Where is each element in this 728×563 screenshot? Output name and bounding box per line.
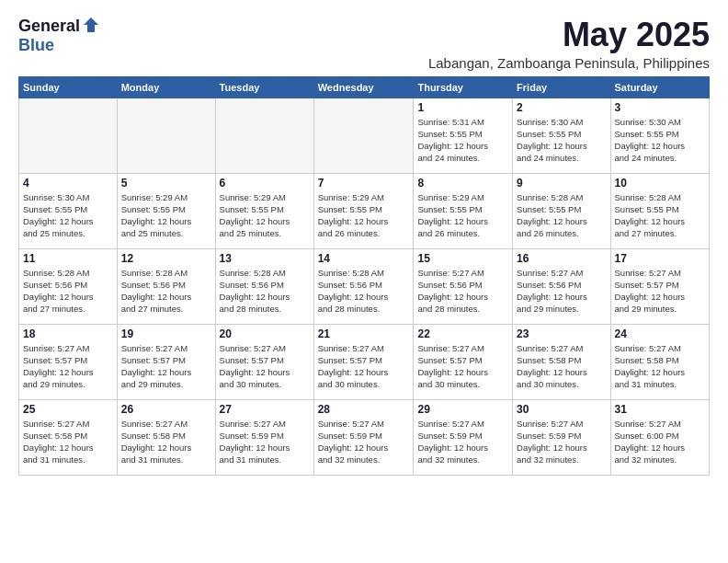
day-info-line: Sunset: 5:55 PM <box>417 128 508 140</box>
day-info-line: and 30 minutes. <box>417 378 508 390</box>
day-number: 29 <box>417 403 508 416</box>
cell-week1-day2 <box>215 98 313 173</box>
day-info-line: Sunrise: 5:30 AM <box>517 116 606 128</box>
day-number: 6 <box>220 177 310 190</box>
day-info-line: Daylight: 12 hours <box>517 442 606 454</box>
cell-week4-day5: 23Sunrise: 5:27 AMSunset: 5:58 PMDayligh… <box>513 324 610 399</box>
cell-week5-day6: 31Sunrise: 5:27 AMSunset: 6:00 PMDayligh… <box>610 399 709 475</box>
cell-week5-day0: 25Sunrise: 5:27 AMSunset: 5:58 PMDayligh… <box>19 399 118 475</box>
day-info-line: Sunset: 5:56 PM <box>121 279 211 291</box>
day-info-line: Sunrise: 5:31 AM <box>417 116 508 128</box>
day-info-line: and 25 minutes. <box>23 227 113 239</box>
day-info-line: Sunrise: 5:28 AM <box>121 267 211 279</box>
day-info-line: Sunrise: 5:29 AM <box>121 191 211 203</box>
day-info-line: and 32 minutes. <box>615 454 705 465</box>
day-info-line: and 28 minutes. <box>220 303 310 315</box>
day-number: 28 <box>318 403 410 416</box>
day-info-line: Sunset: 5:56 PM <box>23 279 113 291</box>
day-info-line: Sunset: 5:58 PM <box>121 430 211 442</box>
day-info-line: and 28 minutes. <box>318 303 410 315</box>
day-number: 21 <box>318 327 410 340</box>
cell-week1-day3 <box>313 98 414 173</box>
day-info-line: and 29 minutes. <box>23 378 113 390</box>
day-info-line: Sunset: 5:55 PM <box>220 203 310 215</box>
day-number: 31 <box>615 403 705 416</box>
day-info-line: Daylight: 12 hours <box>517 140 606 152</box>
day-info-line: Sunrise: 5:27 AM <box>220 418 310 430</box>
day-info-line: Daylight: 12 hours <box>121 215 211 227</box>
day-info-line: Sunset: 5:55 PM <box>417 203 508 215</box>
day-info-line: Daylight: 12 hours <box>615 291 705 303</box>
day-info-line: and 25 minutes. <box>121 227 211 239</box>
day-info-line: Daylight: 12 hours <box>220 366 310 378</box>
day-info-line: and 29 minutes. <box>121 378 211 390</box>
week-row-3: 11Sunrise: 5:28 AMSunset: 5:56 PMDayligh… <box>19 248 710 324</box>
cell-week5-day5: 30Sunrise: 5:27 AMSunset: 5:59 PMDayligh… <box>513 399 610 475</box>
day-number: 16 <box>517 252 606 265</box>
day-info-line: Sunrise: 5:27 AM <box>615 342 705 354</box>
weekday-header-row: Sunday Monday Tuesday Wednesday Thursday… <box>19 76 710 98</box>
day-info-line: Sunset: 5:57 PM <box>121 354 211 366</box>
day-info-line: Sunrise: 5:27 AM <box>517 418 606 430</box>
day-info-line: Sunset: 6:00 PM <box>615 430 705 442</box>
day-info-line: Sunrise: 5:29 AM <box>318 191 410 203</box>
day-info-line: Daylight: 12 hours <box>615 442 705 454</box>
day-info-line: Sunrise: 5:27 AM <box>417 342 508 354</box>
cell-week4-day3: 21Sunrise: 5:27 AMSunset: 5:57 PMDayligh… <box>313 324 414 399</box>
day-info-line: Daylight: 12 hours <box>615 140 705 152</box>
day-info-line: Sunset: 5:56 PM <box>318 279 410 291</box>
day-info-line: Daylight: 12 hours <box>318 366 410 378</box>
day-info-line: Daylight: 12 hours <box>615 215 705 227</box>
week-row-4: 18Sunrise: 5:27 AMSunset: 5:57 PMDayligh… <box>19 324 710 399</box>
cell-week3-day3: 14Sunrise: 5:28 AMSunset: 5:56 PMDayligh… <box>313 248 414 324</box>
day-info-line: Daylight: 12 hours <box>220 291 310 303</box>
day-info-line: Sunrise: 5:27 AM <box>517 342 606 354</box>
day-info-line: and 32 minutes. <box>517 454 606 465</box>
month-title: May 2025 <box>428 17 710 53</box>
day-info-line: Sunset: 5:56 PM <box>417 279 508 291</box>
day-info-line: and 24 minutes. <box>417 152 508 164</box>
day-info-line: and 28 minutes. <box>417 303 508 315</box>
day-info-line: Daylight: 12 hours <box>417 442 508 454</box>
day-info-line: Daylight: 12 hours <box>220 215 310 227</box>
header: General Blue May 2025 Labangan, Zamboang… <box>18 17 710 71</box>
day-info-line: Sunset: 5:59 PM <box>517 430 606 442</box>
cell-week3-day5: 16Sunrise: 5:27 AMSunset: 5:56 PMDayligh… <box>513 248 610 324</box>
day-number: 1 <box>417 101 508 114</box>
day-info-line: Sunrise: 5:28 AM <box>220 267 310 279</box>
cell-week2-day1: 5Sunrise: 5:29 AMSunset: 5:55 PMDaylight… <box>117 173 215 248</box>
svg-marker-0 <box>84 17 98 32</box>
day-info-line: Sunset: 5:57 PM <box>318 354 410 366</box>
cell-week1-day1 <box>117 98 215 173</box>
day-number: 3 <box>615 101 705 114</box>
day-info-line: Sunset: 5:55 PM <box>318 203 410 215</box>
day-number: 4 <box>23 177 113 190</box>
cell-week1-day5: 2Sunrise: 5:30 AMSunset: 5:55 PMDaylight… <box>513 98 610 173</box>
day-info-line: Sunrise: 5:27 AM <box>417 418 508 430</box>
cell-week2-day5: 9Sunrise: 5:28 AMSunset: 5:55 PMDaylight… <box>513 173 610 248</box>
day-info-line: Daylight: 12 hours <box>517 215 606 227</box>
cell-week3-day4: 15Sunrise: 5:27 AMSunset: 5:56 PMDayligh… <box>414 248 513 324</box>
day-number: 24 <box>615 327 705 340</box>
day-info-line: and 30 minutes. <box>220 378 310 390</box>
day-number: 22 <box>417 327 508 340</box>
cell-week1-day0 <box>19 98 118 173</box>
day-info-line: and 26 minutes. <box>517 227 606 239</box>
day-info-line: and 27 minutes. <box>23 303 113 315</box>
cell-week5-day3: 28Sunrise: 5:27 AMSunset: 5:59 PMDayligh… <box>313 399 414 475</box>
cell-week5-day2: 27Sunrise: 5:27 AMSunset: 5:59 PMDayligh… <box>215 399 313 475</box>
day-info-line: Daylight: 12 hours <box>23 366 113 378</box>
header-friday: Friday <box>513 76 610 98</box>
header-tuesday: Tuesday <box>215 76 313 98</box>
day-info-line: and 26 minutes. <box>417 227 508 239</box>
cell-week3-day1: 12Sunrise: 5:28 AMSunset: 5:56 PMDayligh… <box>117 248 215 324</box>
header-sunday: Sunday <box>19 76 118 98</box>
day-info-line: Sunrise: 5:27 AM <box>517 267 606 279</box>
day-info-line: and 24 minutes. <box>615 152 705 164</box>
week-row-2: 4Sunrise: 5:30 AMSunset: 5:55 PMDaylight… <box>19 173 710 248</box>
day-info-line: Daylight: 12 hours <box>517 366 606 378</box>
day-info-line: Daylight: 12 hours <box>23 442 113 454</box>
cell-week2-day2: 6Sunrise: 5:29 AMSunset: 5:55 PMDaylight… <box>215 173 313 248</box>
cell-week2-day4: 8Sunrise: 5:29 AMSunset: 5:55 PMDaylight… <box>414 173 513 248</box>
page: General Blue May 2025 Labangan, Zamboang… <box>0 0 728 563</box>
